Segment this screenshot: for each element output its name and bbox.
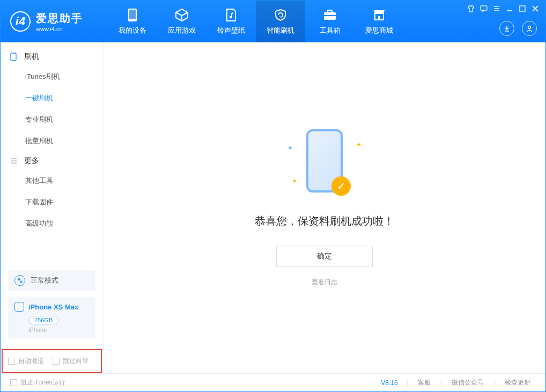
tab-toolbox[interactable]: 工具箱 <box>305 1 355 42</box>
highlight-checkbox-area: 自动激活 跳过向导 <box>2 349 102 373</box>
refresh-shield-icon <box>273 8 288 23</box>
maximize-icon[interactable] <box>519 5 526 12</box>
cube-icon <box>174 8 189 23</box>
footer-link-support[interactable]: 客服 <box>412 378 436 387</box>
checkbox-label: 跳过向导 <box>63 357 88 366</box>
svg-point-2 <box>230 16 232 18</box>
phone-icon <box>125 8 140 23</box>
sidebar: 刷机 iTunes刷机 一键刷机 专业刷机 批量刷机 更多 其他工具 下载固件 … <box>1 42 104 373</box>
tab-label: 智能刷机 <box>267 26 294 35</box>
footer-left: 阻止iTunes运行 <box>10 378 65 387</box>
list-icon <box>10 157 19 165</box>
svg-point-10 <box>528 26 531 29</box>
tab-store[interactable]: 爱思商城 <box>355 1 404 42</box>
footer-right: V8.16 | 客服 | 微信公众号 | 检查更新 <box>381 378 536 387</box>
sidebar-bottom: 正常模式 iPhone XS Max 256GB iPhone <box>1 264 103 344</box>
svg-rect-5 <box>324 15 336 16</box>
sidebar-item-oneclick-flash[interactable]: 一键刷机 <box>1 87 103 109</box>
device-box[interactable]: iPhone XS Max 256GB iPhone <box>8 297 95 338</box>
sidebar-item-itunes-flash[interactable]: iTunes刷机 <box>1 66 103 87</box>
shop-icon <box>372 8 387 23</box>
footer-link-wechat[interactable]: 微信公众号 <box>446 378 489 387</box>
window-controls <box>467 5 539 12</box>
section-title: 刷机 <box>24 52 39 62</box>
phone-outline-icon <box>10 53 19 61</box>
checkbox-block-itunes[interactable]: 阻止iTunes运行 <box>10 378 65 387</box>
nav-tabs: 我的设备 应用游戏 铃声壁纸 智能刷机 <box>108 1 404 42</box>
user-button[interactable] <box>522 21 537 36</box>
device-icon <box>14 302 24 312</box>
tab-apps[interactable]: 应用游戏 <box>157 1 206 42</box>
sparkle-icon: ✦ <box>292 177 297 185</box>
separator: | <box>440 379 442 387</box>
success-illustration: ✦ ✦ ✦ ✓ <box>284 129 365 199</box>
svg-rect-9 <box>520 6 525 11</box>
logo-text: 爱思助手 www.i4.cn <box>36 11 83 32</box>
tab-label: 爱思商城 <box>365 26 393 35</box>
tab-label: 工具箱 <box>320 26 341 35</box>
toolbox-icon <box>322 8 337 23</box>
header-actions <box>499 21 537 36</box>
tab-label: 铃声壁纸 <box>217 26 245 35</box>
checkbox-icon <box>53 358 60 365</box>
success-title: 恭喜您，保资料刷机成功啦！ <box>255 214 394 228</box>
logo: i4 爱思助手 www.i4.cn <box>1 11 108 32</box>
header: i4 爱思助手 www.i4.cn 我的设备 应用游戏 <box>1 1 545 42</box>
sidebar-section-more[interactable]: 更多 <box>1 152 103 170</box>
mode-label: 正常模式 <box>31 276 58 285</box>
sidebar-item-pro-flash[interactable]: 专业刷机 <box>1 109 103 130</box>
checkbox-auto-activate[interactable]: 自动激活 <box>8 357 44 366</box>
music-file-icon <box>224 8 239 23</box>
view-log-link[interactable]: 查看日志 <box>312 278 337 287</box>
mode-icon <box>14 275 25 286</box>
separator: | <box>407 379 408 387</box>
feedback-icon[interactable] <box>480 5 488 12</box>
checkbox-label: 自动激活 <box>18 357 44 366</box>
logo-icon: i4 <box>10 11 31 32</box>
sidebar-item-batch-flash[interactable]: 批量刷机 <box>1 130 103 152</box>
app-window: i4 爱思助手 www.i4.cn 我的设备 应用游戏 <box>0 0 546 392</box>
ok-button[interactable]: 确定 <box>276 246 373 267</box>
minimize-icon[interactable] <box>506 5 513 12</box>
mode-box[interactable]: 正常模式 <box>8 270 95 291</box>
body: 刷机 iTunes刷机 一键刷机 专业刷机 批量刷机 更多 其他工具 下载固件 … <box>1 42 545 373</box>
sparkle-icon: ✦ <box>287 144 293 152</box>
version-label: V8.16 <box>381 379 397 387</box>
storage-badge: 256GB <box>28 316 58 324</box>
checkbox-skip-guide[interactable]: 跳过向导 <box>53 357 88 366</box>
download-button[interactable] <box>499 21 514 36</box>
skin-icon[interactable] <box>467 5 475 12</box>
sidebar-section-flash[interactable]: 刷机 <box>1 48 103 66</box>
sparkle-icon: ✦ <box>356 141 361 149</box>
check-badge-icon: ✓ <box>331 176 351 196</box>
footer: 阻止iTunes运行 V8.16 | 客服 | 微信公众号 | 检查更新 <box>1 373 545 391</box>
tab-my-device[interactable]: 我的设备 <box>108 1 157 42</box>
checkbox-icon <box>10 379 17 386</box>
device-type: iPhone <box>28 327 89 333</box>
svg-rect-8 <box>481 6 487 10</box>
svg-rect-11 <box>11 53 16 61</box>
tab-ringtones[interactable]: 铃声壁纸 <box>206 1 256 42</box>
tab-flash[interactable]: 智能刷机 <box>256 1 305 42</box>
sidebar-item-other-tools[interactable]: 其他工具 <box>1 170 103 191</box>
app-title: 爱思助手 <box>36 11 83 26</box>
footer-link-update[interactable]: 检查更新 <box>499 378 536 387</box>
svg-point-12 <box>18 278 20 280</box>
section-title: 更多 <box>24 156 39 166</box>
checkbox-label: 阻止iTunes运行 <box>20 378 65 387</box>
menu-icon[interactable] <box>493 5 500 12</box>
sidebar-item-advanced[interactable]: 高级功能 <box>1 213 103 234</box>
svg-rect-1 <box>129 10 136 19</box>
svg-point-13 <box>20 281 22 283</box>
device-name: iPhone XS Max <box>28 303 78 311</box>
main-content: ✦ ✦ ✦ ✓ 恭喜您，保资料刷机成功啦！ 确定 查看日志 <box>104 42 545 373</box>
svg-rect-4 <box>328 10 332 13</box>
close-icon[interactable] <box>532 5 539 12</box>
tab-label: 应用游戏 <box>168 26 196 35</box>
sidebar-item-download-firmware[interactable]: 下载固件 <box>1 191 103 213</box>
tab-label: 我的设备 <box>119 26 146 35</box>
app-subtitle: www.i4.cn <box>36 26 83 32</box>
separator: | <box>493 379 495 387</box>
svg-rect-7 <box>378 16 380 20</box>
device-name-row: iPhone XS Max <box>14 302 89 312</box>
